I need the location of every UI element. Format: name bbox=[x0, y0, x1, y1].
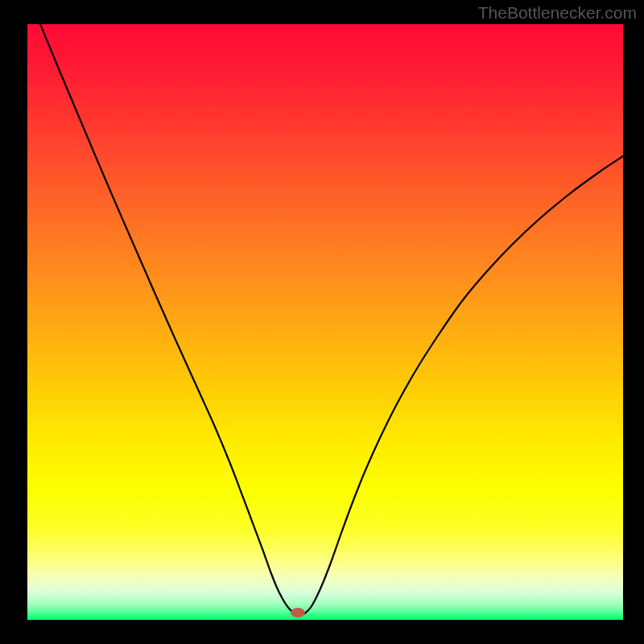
gradient-background bbox=[27, 24, 623, 620]
plot-area bbox=[27, 24, 623, 620]
watermark-text: TheBottlenecker.com bbox=[478, 3, 637, 23]
chart-frame: TheBottlenecker.com bbox=[0, 0, 644, 644]
optimum-marker bbox=[291, 608, 305, 617]
plot-svg bbox=[27, 24, 623, 620]
